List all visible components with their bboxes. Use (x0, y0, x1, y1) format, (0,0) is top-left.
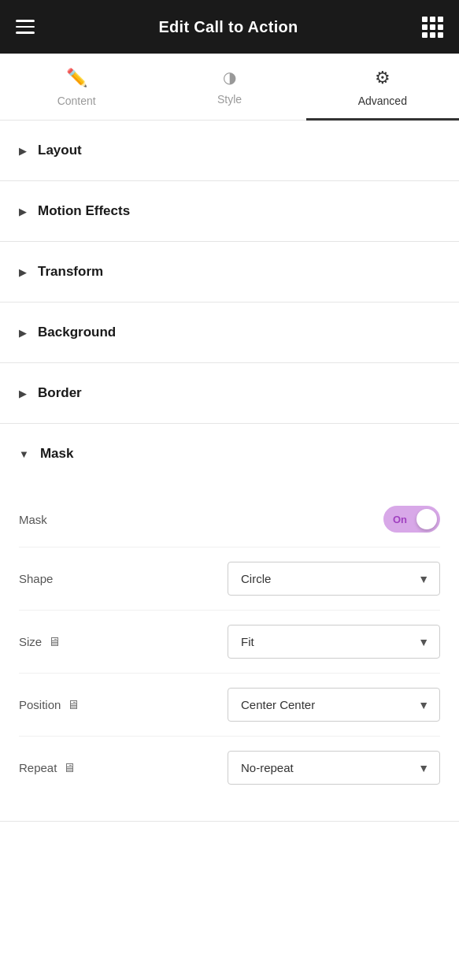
apps-grid-icon[interactable] (422, 17, 443, 38)
header-title: Edit Call to Action (158, 18, 298, 36)
mask-shape-label: Shape (19, 572, 53, 585)
mask-field-label: Mask (19, 513, 47, 526)
chevron-right-icon: ▶ (19, 327, 27, 339)
chevron-right-icon: ▶ (19, 266, 27, 278)
mask-toggle-label: On (393, 514, 407, 525)
section-background-header[interactable]: ▶ Background (0, 303, 459, 362)
gear-icon: ⚙ (375, 68, 391, 88)
mask-toggle[interactable]: On (383, 506, 440, 533)
mask-size-row: Size 🖥 Fit Fill Custom ▼ (19, 610, 440, 673)
section-layout-title: Layout (38, 143, 82, 158)
section-motion-effects-header[interactable]: ▶ Motion Effects (0, 181, 459, 241)
section-motion-effects-title: Motion Effects (38, 203, 130, 219)
monitor-icon: 🖥 (48, 635, 61, 649)
tabs-bar: ✏️ Content ◑ Style ⚙ Advanced (0, 54, 459, 121)
chevron-right-icon: ▶ (19, 206, 27, 217)
mask-toggle-wrap: On (383, 506, 440, 533)
tab-style-label: Style (217, 93, 242, 106)
tab-content-label: Content (57, 95, 96, 107)
sections-list: ▶ Layout ▶ Motion Effects ▶ Transform ▶ … (0, 121, 459, 822)
mask-shape-select-wrap: Circle Rhombus Triangle Custom ▼ (228, 562, 440, 596)
header: Edit Call to Action (0, 0, 459, 54)
mask-position-select-wrap: Center Center Top Left Top Center Top Ri… (228, 688, 440, 722)
tab-style[interactable]: ◑ Style (153, 54, 305, 121)
section-layout: ▶ Layout (0, 121, 459, 181)
mask-shape-select[interactable]: Circle Rhombus Triangle Custom (228, 562, 440, 596)
tab-content[interactable]: ✏️ Content (0, 54, 153, 121)
mask-size-select-wrap: Fit Fill Custom ▼ (228, 625, 440, 659)
tab-advanced[interactable]: ⚙ Advanced (306, 54, 459, 121)
pencil-icon: ✏️ (66, 68, 87, 88)
section-transform-title: Transform (38, 264, 103, 280)
section-layout-header[interactable]: ▶ Layout (0, 121, 459, 180)
mask-repeat-select-wrap: No-repeat Repeat Repeat-x Repeat-y ▼ (228, 751, 440, 785)
mask-shape-row: Shape Circle Rhombus Triangle Custom ▼ (19, 547, 440, 610)
section-mask-header[interactable]: ▼ Mask (0, 424, 459, 484)
section-border: ▶ Border (0, 363, 459, 424)
section-border-title: Border (38, 385, 82, 401)
section-mask: ▼ Mask Mask On Shape Circle (0, 424, 459, 822)
mask-repeat-select[interactable]: No-repeat Repeat Repeat-x Repeat-y (228, 751, 440, 785)
monitor-icon: 🖥 (63, 761, 76, 775)
mask-repeat-label: Repeat 🖥 (19, 761, 76, 775)
tab-advanced-label: Advanced (358, 95, 407, 107)
mask-position-row: Position 🖥 Center Center Top Left Top Ce… (19, 673, 440, 736)
half-circle-icon: ◑ (223, 68, 236, 87)
mask-size-select[interactable]: Fit Fill Custom (228, 625, 440, 659)
chevron-right-icon: ▶ (19, 388, 27, 399)
section-background: ▶ Background (0, 303, 459, 363)
section-motion-effects: ▶ Motion Effects (0, 181, 459, 242)
mask-position-select[interactable]: Center Center Top Left Top Center Top Ri… (228, 688, 440, 722)
section-transform-header[interactable]: ▶ Transform (0, 242, 459, 302)
mask-toggle-knob (416, 509, 437, 529)
section-transform: ▶ Transform (0, 242, 459, 303)
mask-content: Mask On Shape Circle Rhombus Triangle (0, 484, 459, 821)
mask-toggle-row: Mask On (19, 492, 440, 547)
monitor-icon: 🖥 (67, 698, 80, 712)
mask-position-label: Position 🖥 (19, 698, 80, 712)
section-border-header[interactable]: ▶ Border (0, 363, 459, 423)
mask-repeat-row: Repeat 🖥 No-repeat Repeat Repeat-x Repea… (19, 736, 440, 799)
section-mask-title: Mask (40, 446, 74, 462)
chevron-down-icon: ▼ (19, 448, 29, 460)
mask-size-label: Size 🖥 (19, 635, 61, 649)
chevron-right-icon: ▶ (19, 145, 27, 157)
hamburger-menu-icon[interactable] (16, 20, 35, 34)
section-background-title: Background (38, 325, 116, 340)
